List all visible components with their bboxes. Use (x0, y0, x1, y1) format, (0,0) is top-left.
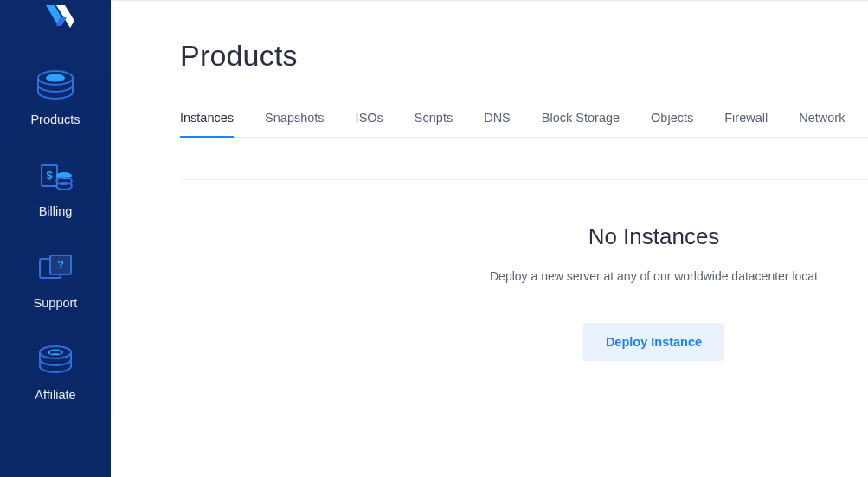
tab-firewall[interactable]: Firewall (724, 111, 768, 137)
tab-instances[interactable]: Instances (180, 111, 234, 137)
tabs: Instances Snapshots ISOs Scripts DNS Blo… (180, 111, 868, 138)
sidebar-item-label: Products (30, 113, 80, 126)
sidebar-item-products[interactable]: Products (30, 66, 80, 126)
affiliate-icon (33, 341, 78, 381)
products-icon (33, 66, 78, 106)
tab-snapshots[interactable]: Snapshots (265, 111, 325, 137)
tab-dns[interactable]: DNS (484, 111, 511, 137)
tab-isos[interactable]: ISOs (356, 111, 383, 137)
tab-scripts[interactable]: Scripts (415, 111, 453, 137)
svg-point-4 (46, 74, 65, 82)
deploy-instance-button[interactable]: Deploy Instance (583, 323, 724, 361)
billing-icon: $ (33, 158, 78, 197)
empty-state-title: No Instances (440, 223, 868, 250)
empty-state-subtitle: Deploy a new server at any of our worldw… (440, 269, 868, 283)
svg-text:$: $ (46, 169, 53, 182)
tab-block-storage[interactable]: Block Storage (542, 111, 620, 137)
svg-text:?: ? (57, 258, 64, 271)
sidebar-item-label: Support (34, 296, 78, 310)
sidebar-item-affiliate[interactable]: Affiliate (33, 341, 78, 402)
sidebar-item-support[interactable]: ? Support (33, 249, 78, 310)
main-content: Products Instances Snapshots ISOs Script… (111, 0, 868, 477)
sidebar: Products $ Billing ? Support (0, 0, 111, 477)
sidebar-item-label: Billing (39, 204, 73, 218)
tab-network[interactable]: Network (799, 111, 845, 137)
page-title: Products (180, 39, 868, 73)
vultr-logo (35, 5, 75, 40)
tab-objects[interactable]: Objects (651, 111, 693, 137)
support-icon: ? (33, 249, 78, 289)
sidebar-item-billing[interactable]: $ Billing (33, 158, 78, 218)
sidebar-item-label: Affiliate (35, 388, 75, 402)
empty-state-panel: No Instances Deploy a new server at any … (180, 179, 868, 361)
